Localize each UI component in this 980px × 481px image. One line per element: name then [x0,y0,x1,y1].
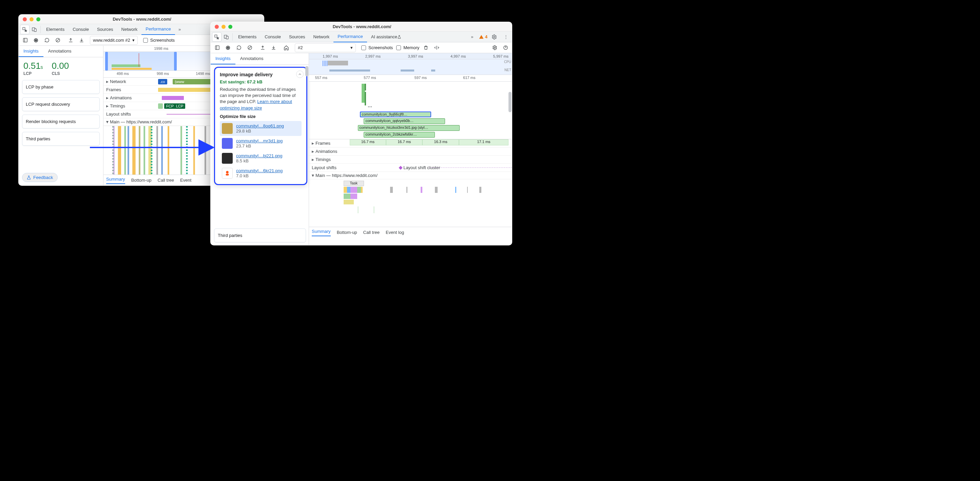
tab-network[interactable]: Network [118,24,142,35]
more-tabs-icon[interactable]: » [468,32,477,42]
reload-icon[interactable] [234,43,243,52]
track-main-header[interactable]: ▶Main — https://www.reddit.com/ [309,172,512,179]
gear-icon[interactable] [490,32,499,42]
insight-lcp-discovery[interactable]: LCP request discovery [22,97,100,111]
tab-network[interactable]: Network [309,32,334,42]
tab-console[interactable]: Console [68,24,93,35]
file-row[interactable]: communityI…mr3d1.jpg23.7 kB [220,136,302,151]
file-row[interactable]: communityI…bj221.png8.5 kB [220,151,302,166]
device-icon[interactable] [30,25,39,34]
download-icon[interactable] [77,36,86,45]
warnings-badge[interactable]: 4 [479,34,487,39]
tab-calltree[interactable]: Call tree [158,178,174,183]
insight-third-parties[interactable]: Third parties [214,229,306,242]
upload-icon[interactable] [66,36,75,45]
file-name[interactable]: communityI…bj221.png [236,153,283,158]
recording-select[interactable]: #2▾ [295,43,356,52]
side-panel-icon[interactable] [21,36,30,45]
kebab-icon[interactable]: ⋮ [501,32,511,42]
divider-icon[interactable] [432,43,441,52]
tab-eventlog[interactable]: Event log [386,230,404,235]
track-animations[interactable]: ▶Animations [309,148,512,156]
file-name[interactable]: communityI…mr3d1.jpg [236,138,283,143]
file-row[interactable]: communityI…8oq61.png29.8 kB [220,121,302,136]
file-name[interactable]: communityI…6kr21.png [236,168,283,173]
subtab-annotations[interactable]: Annotations [235,53,268,64]
more-tabs-icon[interactable]: » [175,25,185,34]
tab-eventlog[interactable]: Event [180,178,191,183]
zoom-icon[interactable] [228,25,232,29]
file-row[interactable]: communityI…6kr21.png7.0 kB [220,166,302,181]
subtab-annotations[interactable]: Annotations [43,46,76,57]
zoom-icon[interactable] [36,17,40,21]
task-block[interactable]: Task [344,181,364,186]
tab-ai[interactable]: AI assistance [367,32,406,42]
track-layout-shifts[interactable]: Layout shifts Layout shift cluster [309,164,512,172]
screenshots-checkbox[interactable]: Screenshots [142,37,175,44]
download-icon[interactable] [269,43,278,52]
tab-bottomup[interactable]: Bottom-up [337,230,357,235]
close-icon[interactable] [215,25,219,29]
scrollbar[interactable] [305,66,309,76]
net-request[interactable]: communityIcon_hlczkoi3mr3d1.jpg (styl… [358,125,460,131]
tab-sources[interactable]: Sources [93,24,118,35]
home-icon[interactable] [282,43,291,52]
recording-select[interactable]: www.reddit.com #2▾ [90,36,138,45]
memory-checkbox[interactable]: Memory [395,44,419,51]
subtab-insights[interactable]: Insights [19,46,43,57]
tab-elements[interactable]: Elements [234,32,261,42]
track-frames[interactable]: ▶Frames 16.7 ms 16.7 ms 16.3 ms 17.1 ms [309,139,512,148]
clear-icon[interactable] [245,43,254,52]
tab-summary[interactable]: Summary [312,229,331,236]
net-request[interactable]: communityIcon_9yj66cjf8… [360,111,431,117]
device-icon[interactable] [221,32,231,42]
metric-lcp[interactable]: 0.51s LCP [24,61,43,76]
frame[interactable]: 16.7 ms [386,139,422,145]
metric-cls[interactable]: 0.00 CLS [52,61,69,76]
upload-icon[interactable] [258,43,267,52]
minimize-icon[interactable] [221,25,226,29]
tab-performance[interactable]: Performance [333,32,367,42]
frame[interactable]: 17.1 ms [459,139,509,145]
inspect-icon[interactable] [212,32,221,42]
scrollbar[interactable] [509,92,512,112]
overview-minimap[interactable]: CPU NET [309,59,512,75]
close-icon[interactable] [23,17,27,21]
flame-chart[interactable]: Task [309,179,512,227]
help-icon[interactable] [501,43,510,52]
feedback-button[interactable]: Feedback [22,173,58,182]
collapse-icon[interactable] [296,70,304,78]
tab-performance[interactable]: Performance [142,24,175,35]
inspect-icon[interactable] [20,25,30,34]
frame[interactable]: 16.7 ms [350,139,386,145]
subtab-insights[interactable]: Insights [211,53,235,64]
selection-handle[interactable] [323,61,327,66]
file-name[interactable]: communityI…8oq61.png [236,123,284,129]
record-icon[interactable] [224,43,232,52]
screenshots-checkbox[interactable]: Screenshots [360,44,393,51]
side-panel-icon[interactable] [213,43,221,52]
tab-sources[interactable]: Sources [285,32,309,42]
timeline-ruler[interactable]: 557 ms 577 ms 597 ms 617 ms [309,75,512,82]
lcp-marker[interactable]: LCP [174,103,185,109]
frame[interactable]: 16.3 ms [422,139,459,145]
gear-icon[interactable] [490,43,499,52]
network-lane[interactable]: ⋯ communityIcon_9yj66cjf8… communityIcon… [309,82,512,139]
net-request[interactable]: communityIcon_2cbkzwfs6kr… [364,132,435,138]
minimize-icon[interactable] [30,17,33,21]
record-icon[interactable] [32,36,40,45]
net-request[interactable]: communityIcon_qqtvyeb0b… [364,118,445,124]
screenshots-input[interactable] [143,38,148,43]
trash-icon[interactable] [421,43,430,52]
net-request[interactable]: .co [158,79,167,84]
clear-icon[interactable] [53,36,62,45]
insight-render-blocking[interactable]: Render blocking requests [22,114,100,129]
insight-lcp-by-phase[interactable]: LCP by phase [22,80,100,94]
tab-summary[interactable]: Summary [106,176,125,184]
tab-console[interactable]: Console [261,32,285,42]
track-timings[interactable]: ▶Timings [309,156,512,164]
tab-calltree[interactable]: Call tree [363,230,380,235]
reload-icon[interactable] [42,36,51,45]
overview-ruler[interactable]: 1,997 ms 2,997 ms 3,997 ms 4,997 ms 5,99… [309,53,512,59]
tab-elements[interactable]: Elements [42,24,68,35]
